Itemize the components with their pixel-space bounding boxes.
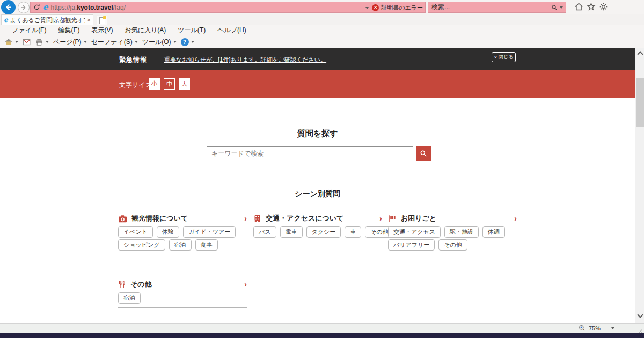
print-dropdown-icon[interactable] — [46, 41, 49, 43]
tab-active[interactable]: e よくあるご質問|京都観光オフ... × — [1, 14, 93, 25]
tab-close-icon[interactable]: × — [87, 17, 91, 23]
zoom-control[interactable]: 75% — [579, 325, 614, 332]
settings-gear-icon[interactable] — [599, 2, 608, 13]
banner-close-button[interactable]: × 閉じる — [492, 52, 516, 62]
home-icon[interactable] — [574, 2, 583, 13]
menu-favorites[interactable]: お気に入り(A) — [125, 26, 166, 35]
menu-edit[interactable]: 編集(E) — [58, 26, 79, 35]
chevron-down-icon — [637, 312, 643, 318]
url-text[interactable]: https://ja.kyoto.travel/faq/ — [51, 4, 126, 11]
feeds-button[interactable] — [23, 39, 31, 46]
back-button[interactable] — [1, 0, 16, 14]
help-menu-button[interactable]: ? — [181, 38, 194, 46]
tag-station-facility[interactable]: 駅・施設 — [444, 226, 479, 238]
address-bar[interactable]: e https://ja.kyoto.travel/faq/ ✕ 証明書のエラー — [30, 2, 426, 13]
scroll-down-button[interactable] — [635, 311, 644, 320]
menu-view[interactable]: 表示(V) — [91, 26, 113, 35]
font-size-medium-button[interactable]: 中 — [164, 78, 175, 90]
section-troubles: お困りごと › 交通・アクセス 駅・施設 体調 バリアフリー その他 — [388, 208, 517, 256]
emergency-banner: 緊急情報 重要なお知らせが、[1件]あります。詳細をご確認ください。 × 閉じる — [0, 48, 635, 70]
url-prefix: https://ja. — [51, 4, 77, 11]
scroll-up-button[interactable] — [635, 48, 644, 58]
chevron-right-icon[interactable]: › — [379, 215, 382, 222]
tools-menu-button[interactable]: ツール(O) — [142, 38, 177, 47]
search-dropdown-icon[interactable] — [560, 6, 563, 9]
home-command-button[interactable] — [4, 38, 18, 46]
forward-button[interactable] — [18, 2, 30, 13]
section-title: 交通・アクセスについて — [266, 214, 375, 223]
refresh-icon[interactable] — [33, 4, 40, 11]
section-title: 観光情報について — [131, 214, 240, 223]
tools-dropdown-icon — [173, 41, 177, 43]
tag-meal[interactable]: 食事 — [195, 239, 218, 251]
flag-icon — [388, 215, 397, 223]
tag-taxi[interactable]: タクシー — [306, 226, 341, 238]
forward-arrow-icon — [20, 4, 27, 11]
font-size-large-button[interactable]: 大 — [179, 78, 190, 90]
emergency-notice-link[interactable]: 重要なお知らせが、[1件]あります。詳細をご確認ください。 — [164, 56, 326, 64]
keyword-search-button[interactable] — [416, 146, 431, 161]
tag-bus[interactable]: バス — [253, 226, 276, 238]
zoom-level: 75% — [589, 325, 601, 332]
browser-window: e https://ja.kyoto.travel/faq/ ✕ 証明書のエラー… — [0, 0, 644, 338]
command-bar: ページ(P) セーフティ(S) ツール(O) ? — [0, 36, 644, 48]
browser-toolbar: e https://ja.kyoto.travel/faq/ ✕ 証明書のエラー… — [0, 0, 644, 14]
tag-experience[interactable]: 体験 — [157, 226, 179, 238]
section-title: お困りごと — [401, 214, 510, 223]
section-transport: 交通・アクセスについて › バス 電車 タクシー 車 その他 — [253, 208, 382, 243]
banner-close-label: 閉じる — [499, 54, 513, 61]
menu-tools[interactable]: ツール(T) — [178, 26, 206, 35]
tag-health[interactable]: 体調 — [482, 226, 505, 238]
menu-file[interactable]: ファイル(F) — [12, 26, 46, 35]
page-dropdown-icon — [84, 41, 87, 43]
font-size-label: 文字サイズ — [119, 80, 152, 90]
print-button[interactable] — [35, 38, 49, 46]
chevron-right-icon[interactable]: › — [514, 215, 517, 222]
printer-icon — [35, 38, 43, 46]
chevron-right-icon[interactable]: › — [244, 281, 247, 288]
zoom-dropdown-icon[interactable] — [611, 327, 614, 329]
search-icon[interactable] — [551, 4, 558, 11]
menu-help[interactable]: ヘルプ(H) — [217, 26, 246, 35]
page-content: 質問を探す シーン別質問 観光情報について › イベント 体験 ガイド・ツアー … — [0, 98, 635, 323]
chevron-right-icon[interactable]: › — [244, 215, 247, 222]
tag-lodging[interactable]: 宿泊 — [169, 239, 192, 251]
tag-transport-access[interactable]: 交通・アクセス — [388, 226, 441, 238]
favorites-star-icon[interactable] — [587, 2, 596, 13]
tab-favicon-icon: e — [4, 16, 8, 24]
home-dropdown-icon[interactable] — [15, 41, 18, 43]
tag-guide-tour[interactable]: ガイド・ツアー — [183, 226, 236, 238]
safety-menu-button[interactable]: セーフティ(S) — [91, 38, 138, 47]
tag-shopping[interactable]: ショッピング — [118, 239, 165, 251]
address-dropdown-icon[interactable] — [365, 7, 369, 9]
browser-search-box[interactable]: 検索... — [428, 2, 566, 13]
tag-train[interactable]: 電車 — [280, 226, 303, 238]
tag-lodging[interactable]: 宿泊 — [118, 292, 141, 304]
new-tab-button[interactable] — [97, 16, 107, 25]
emergency-label: 緊急情報 — [119, 55, 147, 64]
tab-title: よくあるご質問|京都観光オフ... — [10, 16, 85, 24]
close-icon: × — [494, 55, 497, 60]
camera-icon — [118, 215, 127, 223]
tools-menu-label: ツール(O) — [142, 38, 171, 47]
tag-barrier-free[interactable]: バリアフリー — [388, 239, 435, 251]
scrollbar-thumb[interactable] — [636, 78, 644, 127]
font-size-small-button[interactable]: 小 — [149, 78, 160, 90]
page-menu-button[interactable]: ページ(P) — [53, 38, 87, 47]
restaurant-icon — [118, 280, 126, 289]
help-icon: ? — [181, 38, 189, 46]
chevron-up-icon — [637, 51, 643, 57]
banner-divider — [157, 53, 157, 65]
keyword-search-input[interactable] — [207, 146, 413, 160]
tag-event[interactable]: イベント — [118, 226, 153, 238]
search-icon — [420, 150, 427, 157]
certificate-error-badge[interactable]: ✕ 証明書のエラー — [372, 4, 423, 12]
scene-questions-title: シーン別質問 — [0, 189, 635, 199]
back-arrow-icon — [4, 3, 12, 11]
bottom-strip — [0, 333, 644, 338]
tag-other[interactable]: その他 — [438, 239, 467, 251]
browser-search-placeholder: 検索... — [431, 3, 551, 12]
tag-car[interactable]: 車 — [345, 226, 361, 238]
mail-icon — [23, 39, 31, 46]
vertical-scrollbar[interactable] — [635, 48, 644, 323]
